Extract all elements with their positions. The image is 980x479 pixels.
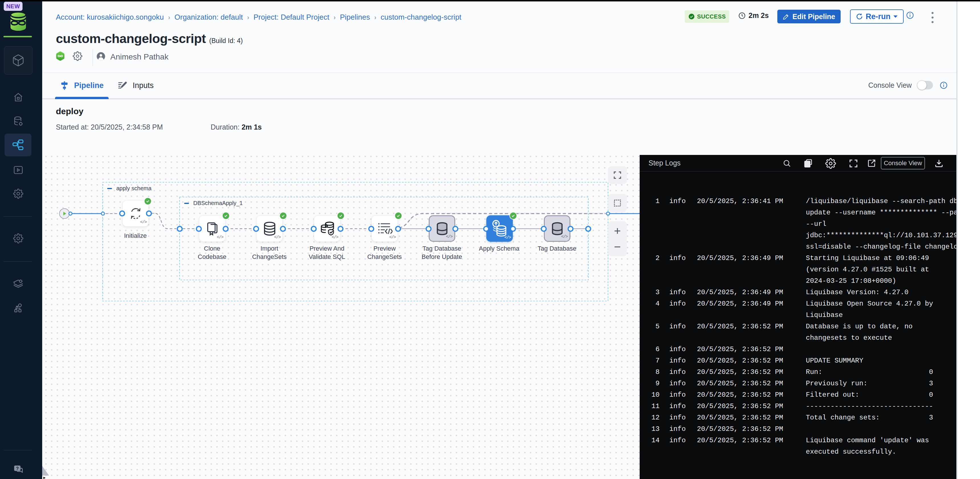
svg-text:?: ? [16, 466, 19, 471]
